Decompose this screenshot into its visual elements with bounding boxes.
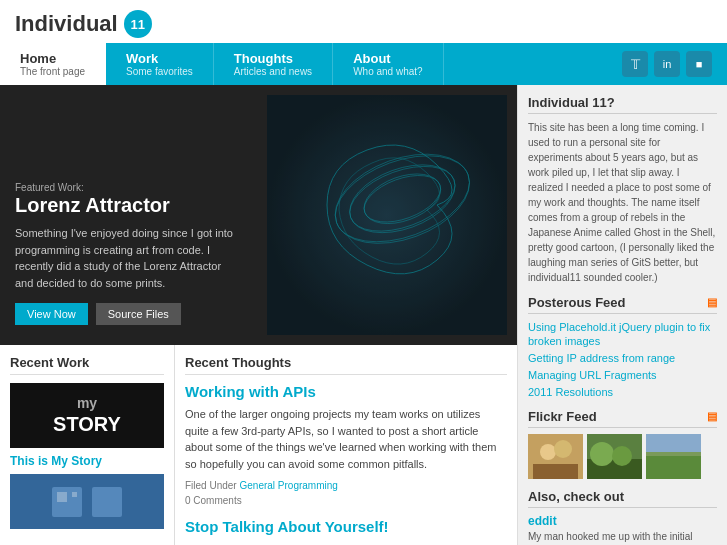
work-item-title-story[interactable]: This is My Story — [10, 454, 164, 468]
featured-desc: Something I've enjoyed doing since I got… — [15, 225, 235, 291]
nav-home-label: Home — [20, 51, 85, 66]
recent-work-panel: Recent Work my STORY This is My Story — [0, 345, 175, 545]
posterous-rss-icon[interactable]: ▤ — [707, 296, 717, 309]
svg-point-14 — [554, 440, 572, 458]
svg-rect-15 — [533, 464, 578, 479]
svg-rect-21 — [646, 454, 701, 479]
flickr-rss-icon[interactable]: ▤ — [707, 410, 717, 423]
site-title: Individual 11 — [15, 10, 152, 38]
nav-thoughts-label: Thoughts — [234, 51, 312, 66]
sidebar-about-title: Individual 11? — [528, 95, 717, 114]
nav-thoughts-sub: Articles and news — [234, 66, 312, 77]
nav-items: Home The front page Work Some favorites … — [0, 43, 607, 85]
also-title-1[interactable]: eddit — [528, 514, 717, 528]
svg-rect-20 — [646, 434, 701, 454]
twitter-icon[interactable]: 𝕋 — [622, 51, 648, 77]
featured-title: Lorenz Attractor — [15, 194, 235, 217]
posterous-link-3[interactable]: Managing URL Fragments — [528, 368, 717, 382]
posterous-link-1[interactable]: Using Placehold.it jQuery plugin to fix … — [528, 320, 717, 348]
rss-icon[interactable]: ■ — [686, 51, 712, 77]
posterous-link-4[interactable]: 2011 Resolutions — [528, 385, 717, 399]
sidebar-flickr-title-text: Flickr Feed — [528, 409, 597, 424]
content-area: Featured Work: Lorenz Attractor Somethin… — [0, 85, 517, 545]
flickr-thumb-1-svg — [528, 434, 583, 479]
featured-buttons: View Now Source Files — [15, 303, 235, 325]
flickr-thumb-2-svg — [587, 434, 642, 479]
svg-point-18 — [590, 442, 614, 466]
filed-under-label-1: Filed Under — [185, 480, 237, 491]
flickr-thumb-3-svg — [646, 434, 701, 479]
my-text: my — [53, 395, 121, 412]
posterous-links-list: Using Placehold.it jQuery plugin to fix … — [528, 320, 717, 399]
work-thumb-2-svg — [47, 482, 127, 522]
thought-comments-1[interactable]: 0 Comments — [185, 495, 507, 506]
lorenz-attractor-svg — [267, 95, 507, 335]
featured-section: Featured Work: Lorenz Attractor Somethin… — [0, 85, 517, 345]
thought-title-1[interactable]: Working with APIs — [185, 383, 507, 400]
recent-thoughts-panel: Recent Thoughts Working with APIs One of… — [175, 345, 517, 545]
thought-title-2[interactable]: Stop Talking About Yourself! — [185, 518, 507, 535]
sidebar-flickr-title: Flickr Feed ▤ — [528, 409, 717, 428]
sidebar: Individual 11? This site has been a long… — [517, 85, 727, 545]
nav-work-sub: Some favorites — [126, 66, 193, 77]
posterous-link-3-text[interactable]: Managing URL Fragments — [528, 369, 657, 381]
sidebar-about-body: This site has been a long time coming. I… — [528, 120, 717, 285]
svg-point-13 — [540, 444, 556, 460]
posterous-link-1-text[interactable]: Using Placehold.it jQuery plugin to fix … — [528, 321, 710, 347]
nav-item-home[interactable]: Home The front page — [0, 43, 106, 85]
also-item-1: eddit My man hooked me up with the initi… — [528, 514, 717, 545]
recent-work-title: Recent Work — [10, 355, 164, 375]
recent-thoughts-title: Recent Thoughts — [185, 355, 507, 375]
nav-about-label: About — [353, 51, 423, 66]
site-name-text: Individual — [15, 11, 118, 37]
thought-category-1[interactable]: General Programming — [239, 480, 337, 491]
main-content: Featured Work: Lorenz Attractor Somethin… — [0, 85, 727, 545]
svg-rect-9 — [92, 487, 122, 517]
flickr-thumb-1[interactable] — [528, 434, 583, 479]
source-files-button[interactable]: Source Files — [96, 303, 181, 325]
posterous-link-4-text[interactable]: 2011 Resolutions — [528, 386, 613, 398]
nav-work-label: Work — [126, 51, 193, 66]
posterous-link-2-text[interactable]: Getting IP address from range — [528, 352, 675, 364]
thought-body-1: One of the larger ongoing projects my te… — [185, 406, 507, 472]
nav-item-about[interactable]: About Who and what? — [333, 43, 444, 85]
page-header: Individual 11 — [0, 0, 727, 43]
thought-body-2: I've read a lot of articles on how brand… — [185, 541, 507, 545]
flickr-thumb-3[interactable] — [646, 434, 701, 479]
nav-item-work[interactable]: Work Some favorites — [106, 43, 214, 85]
svg-rect-0 — [267, 95, 507, 335]
svg-point-19 — [612, 446, 632, 466]
sidebar-posterous-title: Posterous Feed ▤ — [528, 295, 717, 314]
svg-rect-10 — [57, 492, 67, 502]
flickr-thumbs-row — [528, 434, 717, 479]
nav-item-thoughts[interactable]: Thoughts Articles and news — [214, 43, 333, 85]
nav-about-sub: Who and what? — [353, 66, 423, 77]
work-thumb-2 — [10, 474, 164, 529]
svg-rect-11 — [72, 492, 77, 497]
thought-meta-1: Filed Under General Programming — [185, 480, 507, 491]
social-icons-group: 𝕋 in ■ — [607, 43, 727, 85]
featured-text-block: Featured Work: Lorenz Attractor Somethin… — [15, 180, 235, 325]
view-now-button[interactable]: View Now — [15, 303, 88, 325]
nav-home-sub: The front page — [20, 66, 85, 77]
lower-section: Recent Work my STORY This is My Story — [0, 345, 517, 545]
posterous-link-2[interactable]: Getting IP address from range — [528, 351, 717, 365]
site-badge: 11 — [124, 10, 152, 38]
featured-label: Featured Work: — [15, 182, 84, 193]
sidebar-posterous-title-text: Posterous Feed — [528, 295, 626, 310]
featured-visual — [257, 85, 517, 345]
story-text: STORY — [53, 412, 121, 436]
main-nav: Home The front page Work Some favorites … — [0, 43, 727, 85]
sidebar-also-title: Also, check out — [528, 489, 717, 508]
my-story-logo: my STORY — [53, 395, 121, 436]
flickr-thumb-2[interactable] — [587, 434, 642, 479]
svg-rect-22 — [646, 452, 701, 456]
linkedin-icon[interactable]: in — [654, 51, 680, 77]
also-body-1: My man hooked me up with the initial des… — [528, 530, 717, 545]
work-thumb-my-story: my STORY — [10, 383, 164, 448]
